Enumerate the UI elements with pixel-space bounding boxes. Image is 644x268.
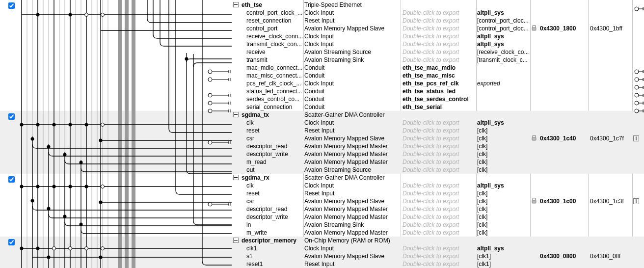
- interface-row[interactable]: descriptor_readAvalon Memory Mapped Mast…: [232, 205, 644, 213]
- wire-junction[interactable]: [80, 161, 83, 164]
- export-cell[interactable]: Double-click to export: [402, 9, 476, 16]
- use-checkbox-eth_tse[interactable]: [8, 2, 15, 9]
- export-cell[interactable]: Double-click to export: [402, 166, 476, 173]
- export-cell[interactable]: Double-click to export: [402, 33, 476, 40]
- clock-cell[interactable]: [clk1]: [477, 261, 529, 268]
- wire-open-junction[interactable]: [101, 185, 105, 188]
- clock-cell[interactable]: [transmit_clock_c...: [477, 56, 529, 63]
- lock-icon[interactable]: [531, 198, 538, 205]
- wire-open-junction[interactable]: [101, 247, 105, 250]
- export-cell[interactable]: Double-click to export: [402, 253, 476, 260]
- export-cell[interactable]: Double-click to export: [402, 159, 476, 165]
- export-cell[interactable]: Double-click to export: [402, 151, 476, 158]
- export-cell[interactable]: Double-click to export: [402, 49, 476, 55]
- interface-row[interactable]: resetReset InputDouble-click to export[c…: [232, 189, 644, 197]
- export-cell[interactable]: Double-click to export: [402, 182, 476, 189]
- collapse-icon[interactable]: [233, 2, 239, 7]
- clock-cell[interactable]: altpll_sys: [477, 41, 529, 48]
- interface-row[interactable]: csrAvalon Memory Mapped SlaveDouble-clic…: [232, 134, 644, 142]
- interface-row[interactable]: inAvalon Streaming SinkDouble-click to e…: [232, 221, 644, 229]
- wire-junction[interactable]: [63, 215, 67, 218]
- interface-row[interactable]: pcs_ref_clk_clock_...Clock Inputeth_tse_…: [232, 80, 644, 87]
- export-cell[interactable]: Double-click to export: [402, 56, 476, 63]
- component-header-descriptor_memory[interactable]: descriptor_memoryOn-Chip Memory (RAM or …: [232, 237, 644, 244]
- interface-row[interactable]: reset1Reset InputDouble-click to export[…: [232, 260, 644, 268]
- interface-row[interactable]: clkClock InputDouble-click to exportaltp…: [232, 119, 644, 127]
- clock-cell[interactable]: [control_port_cloc...: [477, 17, 529, 24]
- export-cell[interactable]: Double-click to export: [402, 119, 476, 126]
- collapse-icon[interactable]: [233, 112, 239, 117]
- export-cell[interactable]: Double-click to export: [402, 229, 476, 236]
- export-cell[interactable]: eth_tse_serial: [402, 104, 476, 110]
- export-cell[interactable]: Double-click to export: [402, 25, 476, 32]
- collapse-icon[interactable]: [233, 175, 239, 180]
- export-cell[interactable]: Double-click to export: [402, 127, 476, 134]
- component-header-sgdma_rx[interactable]: sgdma_rxScatter-Gather DMA Controller: [232, 174, 644, 182]
- interface-row[interactable]: receiveAvalon Streaming SourceDouble-cli…: [232, 48, 644, 56]
- export-cell[interactable]: eth_tse_mac_misc: [402, 72, 476, 79]
- clock-cell[interactable]: [clk]: [477, 151, 529, 158]
- component-header-sgdma_tx[interactable]: sgdma_txScatter-Gather DMA Controller: [232, 111, 644, 119]
- wire-open-junction[interactable]: [85, 247, 88, 250]
- wire-junction[interactable]: [31, 137, 34, 141]
- wire-junction[interactable]: [185, 57, 188, 61]
- wire-junction[interactable]: [36, 185, 40, 188]
- interface-row[interactable]: control_port_clock_...Clock InputDouble-…: [232, 9, 644, 17]
- export-cell[interactable]: eth_tse_pcs_ref_clk: [402, 80, 476, 87]
- interface-row[interactable]: reset_connectionReset InputDouble-click …: [232, 17, 644, 25]
- interface-row[interactable]: clkClock InputDouble-click to exportaltp…: [232, 182, 644, 189]
- wire-junction[interactable]: [85, 123, 88, 127]
- export-cell[interactable]: Double-click to export: [402, 41, 476, 48]
- use-checkbox-sgdma_rx[interactable]: [8, 176, 15, 183]
- wire-junction[interactable]: [53, 123, 56, 127]
- interface-row[interactable]: outAvalon Streaming SourceDouble-click t…: [232, 166, 644, 174]
- clock-cell[interactable]: [clk]: [477, 190, 529, 197]
- interface-row[interactable]: clk1Clock InputDouble-click to exportalt…: [232, 244, 644, 252]
- clock-cell[interactable]: altpll_sys: [477, 33, 529, 40]
- clock-cell[interactable]: [receive_clock_co...: [477, 49, 529, 55]
- wire-open-junction[interactable]: [69, 247, 72, 250]
- clock-cell[interactable]: altpll_sys: [477, 9, 529, 16]
- interface-row[interactable]: status_led_connect...Conduiteth_tse_stat…: [232, 87, 644, 95]
- interface-row[interactable]: transmit_clock_con...Clock InputDouble-c…: [232, 40, 644, 48]
- clock-cell[interactable]: altpll_sys: [477, 119, 529, 126]
- clock-cell[interactable]: [clk]: [477, 159, 529, 165]
- interface-row[interactable]: csrAvalon Memory Mapped SlaveDouble-clic…: [232, 197, 644, 205]
- wire-junction[interactable]: [47, 207, 51, 211]
- component-header-eth_tse[interactable]: eth_tseTriple-Speed Ethernet: [232, 1, 644, 9]
- wire-junction[interactable]: [47, 256, 51, 259]
- export-cell[interactable]: Double-click to export: [402, 190, 476, 197]
- lock-icon[interactable]: [531, 135, 538, 142]
- export-cell[interactable]: Double-click to export: [402, 214, 476, 220]
- interface-row[interactable]: serdes_control_co...Conduiteth_tse_serde…: [232, 95, 644, 103]
- export-cell[interactable]: Double-click to export: [402, 143, 476, 150]
- wire-junction[interactable]: [36, 247, 40, 250]
- wire-junction[interactable]: [69, 123, 72, 127]
- wire-junction[interactable]: [99, 201, 103, 204]
- interface-row[interactable]: m_readAvalon Memory Mapped MasterDouble-…: [232, 158, 644, 166]
- clock-cell[interactable]: [clk]: [477, 214, 529, 220]
- clock-cell[interactable]: [clk]: [477, 221, 529, 228]
- wire-open-junction[interactable]: [101, 123, 105, 127]
- clock-cell[interactable]: [clk]: [477, 206, 529, 213]
- export-cell[interactable]: eth_tse_serdes_control: [402, 96, 476, 103]
- wire-junction[interactable]: [69, 185, 72, 188]
- wire-junction[interactable]: [36, 13, 40, 17]
- wire-junction[interactable]: [80, 223, 83, 226]
- clock-cell[interactable]: [clk]: [477, 198, 529, 205]
- wire-junction[interactable]: [20, 247, 24, 250]
- wire-open-junction[interactable]: [85, 13, 88, 17]
- clock-cell[interactable]: [control_port_cloc...: [477, 25, 529, 32]
- lock-icon[interactable]: [531, 25, 538, 32]
- export-cell[interactable]: eth_tse_status_led: [402, 88, 476, 95]
- wire-junction[interactable]: [53, 185, 56, 188]
- wire-junction[interactable]: [99, 139, 103, 142]
- interface-row[interactable]: receive_clock_conn...Clock InputDouble-c…: [232, 32, 644, 40]
- clock-cell[interactable]: altpll_sys: [477, 245, 529, 252]
- export-cell[interactable]: Double-click to export: [402, 135, 476, 142]
- interface-row[interactable]: s1Avalon Memory Mapped SlaveDouble-click…: [232, 252, 644, 260]
- collapse-icon[interactable]: [233, 238, 239, 243]
- base-address[interactable]: 0x4300_1800: [540, 25, 589, 32]
- clock-cell[interactable]: exported: [477, 80, 529, 87]
- clock-cell[interactable]: [clk1]: [477, 253, 529, 260]
